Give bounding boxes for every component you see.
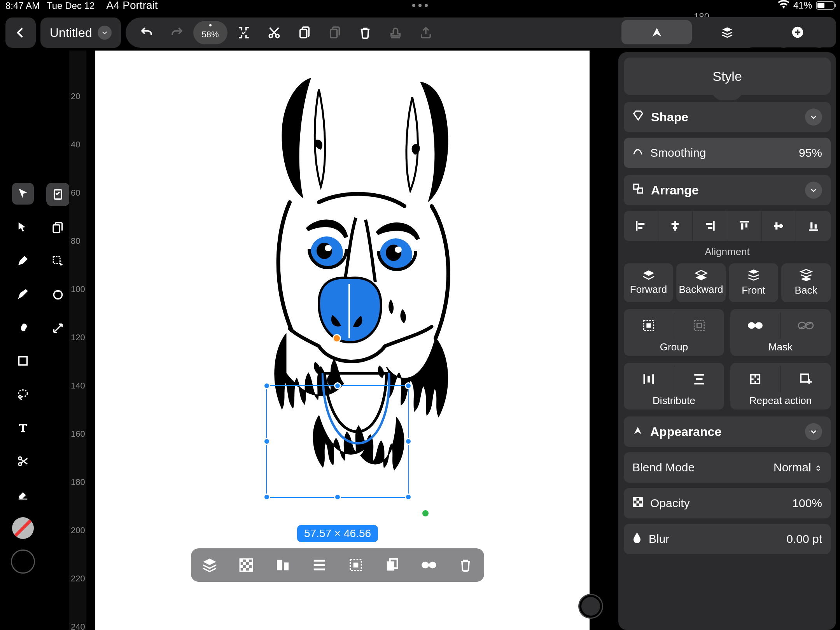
- shape-section-header[interactable]: Shape: [624, 102, 831, 132]
- duplicate-icon[interactable]: [46, 216, 70, 240]
- rotate-icon[interactable]: [46, 283, 70, 306]
- ctx-duplicate-icon[interactable]: [382, 555, 402, 575]
- svg-rect-37: [354, 563, 359, 568]
- selection-dimensions: 57.57 × 46.56: [297, 525, 378, 542]
- repeat-button[interactable]: [730, 366, 781, 392]
- status-date: Tue Dec 12: [47, 0, 94, 11]
- svg-rect-57: [814, 224, 816, 229]
- svg-rect-60: [694, 320, 704, 331]
- arrange-section-header[interactable]: Arrange: [624, 175, 831, 205]
- front-button[interactable]: Front: [729, 263, 778, 302]
- selection-box[interactable]: [266, 385, 409, 498]
- direct-select-tool[interactable]: [12, 216, 34, 238]
- repeat-add-button[interactable]: [781, 366, 831, 392]
- cut-button[interactable]: [260, 21, 288, 44]
- smart-select-icon[interactable]: [46, 250, 70, 273]
- ctx-align-icon[interactable]: [273, 555, 293, 575]
- undo-button[interactable]: [133, 21, 161, 44]
- tab-style[interactable]: [621, 20, 692, 44]
- appearance-section-header[interactable]: Appearance: [624, 416, 831, 447]
- svg-rect-2: [300, 30, 306, 38]
- zoom-level[interactable]: 58%: [193, 21, 228, 44]
- wifi-icon: [778, 0, 789, 11]
- shape-tool[interactable]: [12, 350, 34, 372]
- document-title[interactable]: Untitled: [40, 18, 121, 48]
- ctx-list-icon[interactable]: [309, 555, 329, 575]
- ctx-checker-icon[interactable]: [236, 555, 256, 575]
- svg-rect-48: [672, 223, 679, 225]
- ctx-group-icon[interactable]: [346, 555, 366, 575]
- brush-tool[interactable]: [12, 317, 34, 338]
- mask-button[interactable]: [730, 312, 781, 339]
- delete-button[interactable]: [351, 21, 379, 44]
- svg-rect-54: [775, 222, 777, 230]
- svg-rect-67: [648, 376, 650, 382]
- ungroup-button[interactable]: [674, 312, 724, 339]
- fill-swatch[interactable]: [12, 517, 34, 539]
- page-format-label: A4 Portrait: [106, 0, 158, 12]
- align-bottom[interactable]: [796, 211, 831, 241]
- tab-add[interactable]: [763, 20, 833, 44]
- svg-rect-35: [284, 562, 289, 570]
- assistive-touch[interactable]: [579, 595, 602, 618]
- align-right[interactable]: [693, 211, 727, 241]
- ctx-delete-icon[interactable]: [455, 555, 476, 575]
- forward-button[interactable]: Forward: [624, 263, 673, 302]
- ctx-mask-icon[interactable]: [419, 555, 439, 575]
- pencil-tool[interactable]: [12, 283, 34, 305]
- align-vcenter[interactable]: [762, 211, 796, 241]
- back-button[interactable]: [5, 18, 36, 48]
- export-button[interactable]: [412, 21, 440, 44]
- svg-point-12: [19, 396, 21, 398]
- text-tool[interactable]: [12, 417, 34, 439]
- scale-icon[interactable]: [46, 317, 70, 340]
- stamp-button[interactable]: [382, 21, 410, 44]
- svg-rect-53: [745, 223, 747, 228]
- blend-mode-row[interactable]: Blend Mode Normal: [624, 452, 831, 483]
- select-tool[interactable]: [12, 183, 34, 205]
- align-hcenter[interactable]: [658, 211, 693, 241]
- svg-rect-16: [53, 225, 60, 233]
- svg-point-18: [54, 290, 62, 299]
- distribute-v[interactable]: [674, 366, 724, 392]
- style-header[interactable]: Style: [624, 58, 831, 95]
- crop-button[interactable]: [230, 21, 258, 44]
- pen-tool[interactable]: [12, 250, 34, 271]
- lasso-tool[interactable]: [12, 383, 34, 405]
- clipboard-icon[interactable]: [46, 183, 70, 206]
- blur-row[interactable]: Blur 0.00 pt: [624, 524, 831, 554]
- eraser-tool[interactable]: [12, 484, 34, 506]
- back-button-stack[interactable]: Back: [781, 263, 831, 302]
- svg-rect-15: [54, 190, 62, 199]
- rotation-handle[interactable]: [332, 334, 341, 343]
- group-button[interactable]: [624, 312, 674, 339]
- tab-layers[interactable]: [692, 20, 762, 44]
- svg-rect-64: [754, 324, 756, 326]
- arrange-icon: [632, 183, 644, 198]
- canvas[interactable]: 57.57 × 46.56: [95, 51, 590, 630]
- left-toolbar: [10, 183, 36, 572]
- left-toolbar-secondary: [45, 183, 71, 340]
- multitask-dots[interactable]: [412, 4, 428, 7]
- redo-button[interactable]: [163, 21, 191, 44]
- unmask-button[interactable]: [781, 312, 831, 339]
- svg-rect-75: [633, 503, 636, 506]
- document-title-text: Untitled: [50, 26, 92, 40]
- scale-handle[interactable]: [421, 509, 430, 518]
- distribute-h[interactable]: [624, 366, 674, 392]
- ctx-layers-icon[interactable]: [200, 555, 220, 575]
- stroke-swatch[interactable]: [12, 551, 34, 572]
- paste-button[interactable]: [321, 21, 349, 44]
- align-left[interactable]: [624, 211, 658, 241]
- svg-rect-56: [810, 222, 812, 229]
- align-top[interactable]: [727, 211, 762, 241]
- smoothing-row[interactable]: Smoothing 95%: [624, 138, 831, 168]
- opacity-row[interactable]: Opacity 100%: [624, 488, 831, 518]
- shape-icon: [632, 110, 644, 124]
- scissors-tool[interactable]: [12, 450, 34, 472]
- svg-rect-74: [637, 500, 639, 503]
- smoothing-icon: [632, 146, 643, 160]
- battery-pct: 41%: [793, 0, 812, 11]
- backward-button[interactable]: Backward: [676, 263, 726, 302]
- copy-button[interactable]: [290, 21, 318, 44]
